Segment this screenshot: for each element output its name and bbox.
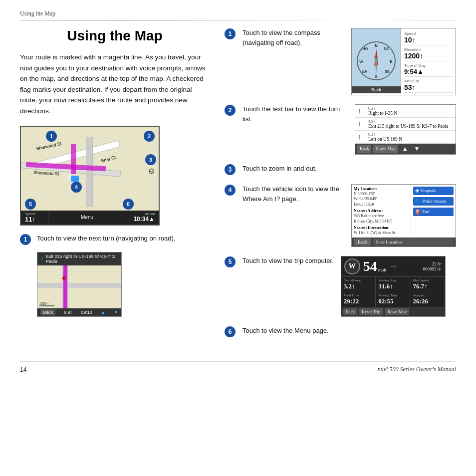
right-item-5-text: Touch to view the trip computer. [242,256,334,266]
trip-stopped-val: 26:26 [413,297,442,305]
trip-overall-avg: Overall Avg 3.2↑ [341,277,376,292]
page-footer: 14 nüvi 500 Series Owner's Manual [20,361,456,373]
vehicle-marker [71,176,79,182]
trip-stopped: Stopped 26:26 [410,292,445,307]
svg-text:NW: NW [362,47,368,50]
svg-text:SW: SW [361,70,367,73]
map-badge-5: 5 [25,199,36,210]
right-num-badge-3: 3 [225,164,236,175]
compass-back-btn[interactable]: Back [352,86,401,93]
trip-max-speed: Max Speed 76.7↑ [410,277,445,292]
whereami-intersection-title: Nearest Intersection: [354,226,409,230]
right-num-badge-5: 5 [225,256,236,267]
compass-screen: N E S W NE SE NW SW Bac [351,28,456,95]
left-item-1: 1 Touch to view the next turn (navigatin… [20,234,210,245]
nav-screen: ↑ Exit 215 right to US-169 S/ KS-7 to Pa… [37,252,122,317]
trip-total-time-val: 29:22 [344,297,373,305]
turn-back-btn[interactable]: Back [357,145,372,153]
fuel-icon: ⛽ [415,209,421,215]
page-layout: Using the Map Your route is marked with … [20,28,456,346]
compass-time-label: Time of Day [404,63,453,68]
right-item-3-text: Touch to zoom in and out. [242,164,317,174]
right-item-2-text: Touch the text bar to view the turn list… [242,104,348,124]
compass-elevation-value: 1200↑ [404,52,453,60]
arrival-section: Arrival 10:34▲ [126,212,159,223]
turn-arrow-1: ↑ [358,107,366,115]
nav-back-btn[interactable]: Back [40,309,55,315]
trip-reset-trip-btn[interactable]: Reset Trip [359,308,383,315]
hospitals-label: Hospitals [421,189,436,193]
nav-direction-text: Exit 215 right to US-169 S/ KS-7 to Paol… [46,254,119,264]
street-label-3: Sherwood St [33,170,59,176]
trip-back-btn[interactable]: Back [343,308,358,315]
compass-time-stat: Time of Day 9:54▲ [404,62,453,77]
turn-up-btn[interactable]: ▲ [400,145,410,153]
police-btn[interactable]: 🔵 Police Stations [413,197,454,206]
trip-max-val: 76.7↑ [413,282,442,290]
street-label-1: Sherwood St [36,141,62,151]
map-badge-3: 3 [145,154,156,165]
trip-stopped-label: Stopped [413,293,442,297]
right-item-4-text: Touch the vehicle icon to view the Where… [242,184,344,204]
arrival-label: Arrival [130,212,155,216]
nav-map-area: ▲ .500← [37,265,121,308]
map-graphic: Sherwood St Shar Ct Sherwood St ▲ ⊕⊖ 1 2… [20,126,160,226]
turn-arrow-2: ↑ [358,120,366,128]
compass-arrive-value: 53↑ [404,83,453,91]
map-badge-1: 1 [46,131,57,142]
whereami-back-btn[interactable]: Back [354,238,371,245]
fuel-btn[interactable]: ⛽ Fuel [413,208,454,216]
whereami-save-btn[interactable]: Save Location [373,238,454,245]
whereami-right: ✚ Hospitals 🔵 Police Stations ⛽ Fuel [411,185,456,238]
right-item-1-text: Touch to view the compass (navigating of… [242,28,344,47]
nav-bottom-bar: Back 8.9↑ 09:10 ▲ ▼ [37,308,121,316]
police-label: Police Stations [423,199,447,204]
trip-moving-time-label: Moving Time [378,293,407,297]
compass-speed-stat: Speed 10↑ [404,30,453,45]
num-badge-1: 1 [20,234,31,245]
turn-item-3: ↑ 0.3↑ Left on US 169 N [355,131,456,144]
hospitals-btn[interactable]: ✚ Hospitals [413,187,454,195]
right-item-5: 5 Touch to view the trip computer. W 54 … [225,256,456,317]
hospitals-icon: ✚ [415,188,419,194]
compass-stats: Speed 10↑ Elevation 1200↑ Time of Day 9:… [401,28,456,95]
whereami-left: My Location: N 39°06.178'W094°35.049'Ele… [352,185,411,238]
compass-arrive-label: Arrive In [404,79,453,83]
whereami-body: My Location: N 39°06.178'W094°35.049'Ele… [352,185,456,238]
trip-total-time-label: Total Time [344,293,373,297]
trip-moving-avg-label: Moving Avg [378,278,407,282]
street-label-2: Shar Ct [100,155,116,164]
breadcrumb: Using the Map [20,10,456,21]
trip-top: W 54 mph ⟹ 22.8↑ 000092.6↑ [341,256,445,277]
compass-elevation-stat: Elevation 1200↑ [404,46,453,61]
nav-dist-1: 8.9↑ [64,310,72,315]
map-badge-4: 4 [71,182,82,193]
compass-time-value: 9:54▲ [404,68,453,75]
map-badge-2: 2 [144,131,155,142]
turn-arrow-3: ↑ [358,133,366,141]
turn-text-1: Right to I-35 N [368,111,397,116]
turn-item-1: ↑ 0.2↑ Right to I-35 N [355,105,456,118]
turn-down-btn[interactable]: ▼ [412,145,422,153]
turn-list-screen: ↑ 0.2↑ Right to I-35 N ↑ 4.9↑ Exit 215 r… [355,104,456,155]
trip-reset-max-btn[interactable]: Reset Max [385,308,410,315]
right-num-badge-1: 1 [225,28,236,39]
trip-moving-avg: Moving Avg 31.6↑ [376,277,410,292]
whereami-address: 945 Baltimore AveKansas City, MO 64105 [354,214,409,224]
police-icon: 🔵 [415,199,421,204]
trip-overall-label: Overall Avg [344,278,373,282]
trip-odometer: 000092.6↑ [423,266,442,271]
whereami-intersection: W 11th St (W) & Main St [354,231,409,236]
whereami-bottom-bar: Back Save Location [352,238,456,246]
map-badge-6: 6 [123,199,134,210]
turn-show-map-btn[interactable]: Show Map [373,145,398,153]
turn-dist-3: 0.3↑ [368,132,402,137]
right-item-6-text: Touch to view the Menu page. [242,326,329,336]
left-column: Using the Map Your route is marked with … [20,28,210,346]
turn-item-2: ↑ 4.9↑ Exit 215 right to US-169 S/ KS-7 … [355,118,456,131]
turn-dist-1: 0.2↑ [368,106,397,111]
nav-screen-container: ↑ Exit 215 right to US-169 S/ KS-7 to Pa… [37,252,210,317]
trip-dist: 22.8↑ [423,261,442,266]
nav-vehicle-arrow: ▲ [60,273,67,281]
svg-text:W: W [359,59,363,64]
